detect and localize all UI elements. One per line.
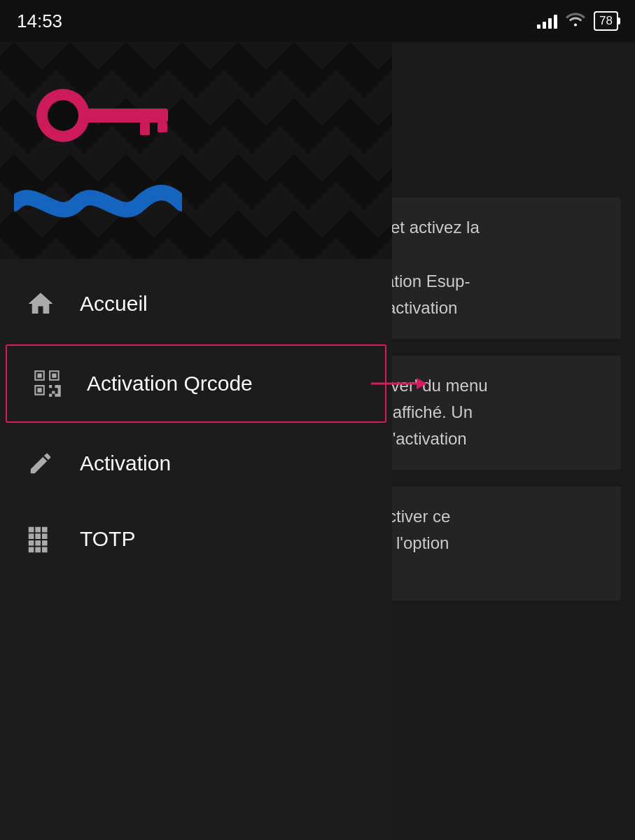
drawer-header bbox=[0, 42, 392, 259]
qr-code-icon bbox=[29, 365, 66, 402]
nav-items: Accueil Activation Qrcode bbox=[0, 259, 392, 840]
sidebar-item-activation-qrcode[interactable]: Activation Qrcode bbox=[6, 344, 386, 423]
active-arrow-indicator bbox=[371, 373, 427, 394]
home-icon bbox=[22, 286, 59, 322]
content-text-1: ces et activez lasurplication Esup-e d'a… bbox=[360, 214, 604, 322]
sidebar-item-activation[interactable]: Activation bbox=[0, 426, 392, 501]
sidebar-item-activation-qrcode-label: Activation Qrcode bbox=[87, 372, 253, 396]
app-logo-wave bbox=[14, 179, 182, 231]
sidebar-item-accueil[interactable]: Accueil bbox=[0, 266, 392, 342]
app-logo-key bbox=[21, 84, 175, 157]
wifi-icon bbox=[566, 11, 585, 31]
pencil-icon bbox=[22, 445, 59, 482]
sidebar-item-accueil-label: Accueil bbox=[80, 292, 148, 316]
status-bar: 14:53 78 bbox=[0, 0, 635, 42]
battery-level: 78 bbox=[599, 14, 613, 28]
sidebar-item-totp-label: TOTP bbox=[80, 527, 135, 551]
sidebar-item-activation-label: Activation bbox=[80, 451, 171, 475]
status-icons: 78 bbox=[537, 11, 618, 31]
status-time: 14:53 bbox=[17, 10, 62, 32]
svg-point-1 bbox=[48, 100, 78, 131]
svg-rect-4 bbox=[158, 122, 167, 132]
totp-icon bbox=[22, 521, 59, 557]
sidebar-item-totp[interactable]: TOTP bbox=[0, 501, 392, 577]
svg-marker-6 bbox=[417, 378, 427, 389]
svg-rect-3 bbox=[140, 122, 150, 135]
svg-rect-2 bbox=[84, 108, 168, 122]
signal-icon bbox=[537, 13, 557, 29]
navigation-drawer: Accueil Activation Qrcode bbox=[0, 42, 392, 840]
battery-icon: 78 bbox=[594, 11, 618, 31]
content-text-3: nt activer cece à l'optional bbox=[360, 503, 604, 584]
